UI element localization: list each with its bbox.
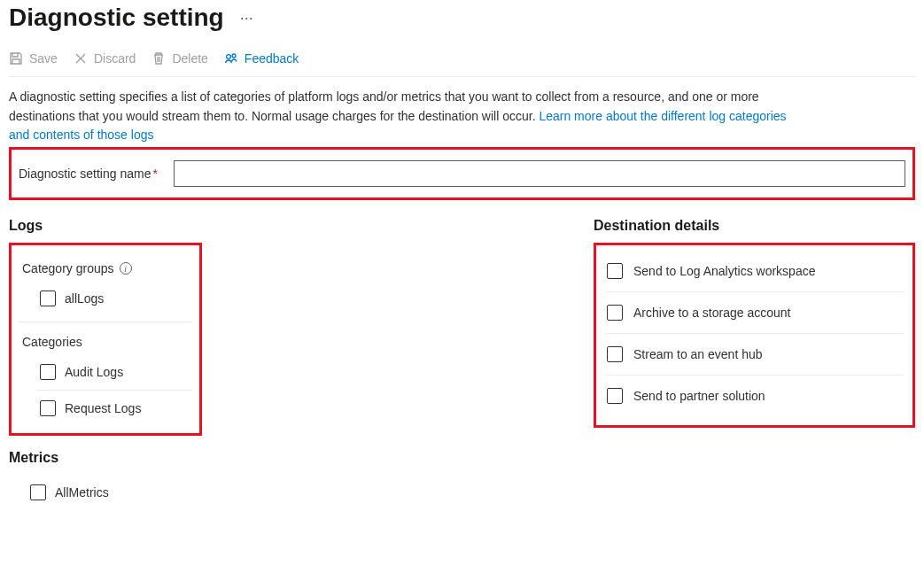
discard-label: Discard [94, 51, 136, 66]
metrics-heading: Metrics [9, 450, 558, 466]
save-icon [9, 51, 23, 66]
send-partner-checkbox[interactable] [607, 388, 623, 404]
audit-logs-label: Audit Logs [65, 365, 123, 379]
alllogs-checkbox[interactable] [40, 290, 56, 306]
diagnostic-setting-name-input[interactable] [174, 160, 905, 187]
category-groups-text: Category groups [22, 261, 114, 275]
feedback-button[interactable]: Feedback [224, 50, 299, 67]
allmetrics-checkbox[interactable] [30, 484, 46, 500]
metrics-list: AllMetrics [9, 475, 202, 510]
request-logs-label: Request Logs [65, 401, 141, 415]
delete-icon [151, 51, 166, 66]
save-button[interactable]: Save [9, 50, 58, 67]
name-field-label-text: Diagnostic setting name [19, 167, 151, 181]
categories-label: Categories [22, 335, 192, 349]
delete-label: Delete [172, 51, 207, 66]
header: Diagnostic setting ··· [9, 0, 915, 44]
send-partner-label: Send to partner solution [633, 389, 765, 403]
archive-storage-checkbox[interactable] [607, 305, 623, 321]
svg-point-1 [232, 54, 236, 58]
send-log-analytics-checkbox[interactable] [607, 263, 623, 279]
page-title: Diagnostic setting [9, 4, 224, 32]
name-field-label: Diagnostic setting name* [19, 167, 158, 181]
save-label: Save [29, 51, 58, 66]
info-icon[interactable]: i [120, 262, 132, 275]
discard-button[interactable]: Discard [74, 50, 136, 67]
name-field-row: Diagnostic setting name* [9, 147, 915, 200]
send-log-analytics-label: Send to Log Analytics workspace [633, 264, 815, 278]
logs-heading: Logs [9, 218, 558, 234]
destinations-heading: Destination details [594, 218, 915, 234]
category-groups-label: Category groups i [22, 261, 192, 275]
archive-storage-label: Archive to a storage account [633, 306, 790, 320]
discard-icon [74, 51, 88, 66]
request-logs-checkbox[interactable] [40, 400, 56, 416]
delete-button[interactable]: Delete [151, 50, 207, 67]
required-indicator: * [152, 167, 157, 181]
audit-logs-checkbox[interactable] [40, 364, 56, 380]
stream-event-hub-label: Stream to an event hub [633, 347, 763, 361]
svg-point-0 [226, 55, 230, 59]
intro-text: A diagnostic setting specifies a list of… [9, 77, 788, 145]
feedback-label: Feedback [245, 51, 299, 66]
allmetrics-label: AllMetrics [55, 485, 109, 500]
alllogs-label: allLogs [65, 291, 104, 306]
toolbar: Save Discard Delete Feedback [9, 44, 915, 77]
logs-box: Category groups i allLogs Categories Aud… [9, 243, 202, 436]
context-menu-icon[interactable]: ··· [240, 9, 253, 27]
stream-event-hub-checkbox[interactable] [607, 346, 623, 362]
destinations-box: Send to Log Analytics workspace Archive … [594, 243, 915, 428]
feedback-icon [224, 51, 238, 66]
